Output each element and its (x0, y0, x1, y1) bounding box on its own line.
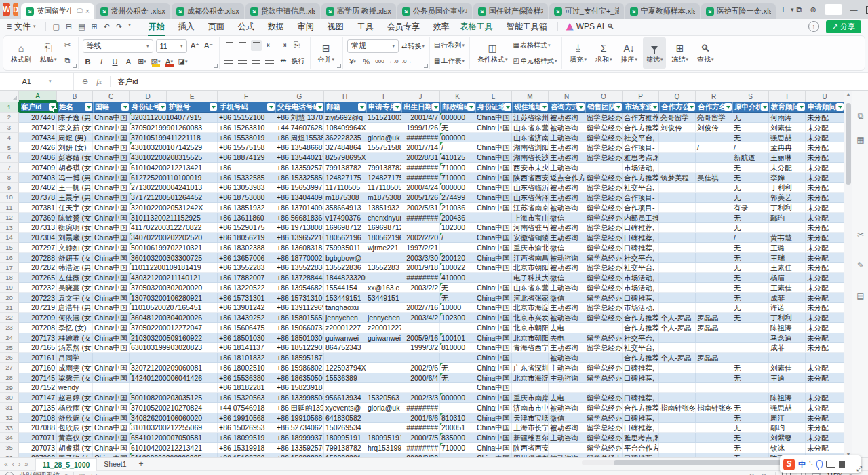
cell[interactable] (324, 353, 366, 363)
panes-icon[interactable]: ⧉ (852, 111, 868, 121)
cell[interactable]: +86 1396522100 (275, 233, 324, 243)
cell[interactable]: China中国 (93, 333, 130, 343)
cell[interactable]: 无 (732, 213, 769, 223)
cell[interactable]: 无 (732, 113, 769, 123)
cell[interactable] (696, 133, 732, 143)
cell[interactable]: 北京市朝阳 (512, 333, 549, 343)
cell[interactable]: +86 13851932 (218, 203, 275, 213)
cell[interactable]: 留学总经办 (585, 293, 623, 303)
cell[interactable]: China中国 (475, 373, 512, 383)
notes-icon[interactable]: ▤ (852, 291, 868, 301)
cell[interactable]: 无 (732, 243, 769, 253)
row-gutter-5[interactable]: 5 (0, 142, 19, 153)
cell[interactable]: 2001/4/7 (401, 113, 440, 123)
column-header-U[interactable]: U (806, 91, 844, 102)
cell[interactable]: 2000/7/5 (401, 433, 440, 443)
insert-function-icon[interactable]: fx (96, 77, 102, 86)
cell[interactable]: 有录 (732, 203, 769, 213)
row-gutter-28[interactable]: 28 (0, 373, 19, 383)
cell[interactable]: +86 1863505000 (275, 373, 324, 383)
cell[interactable]: 207304 (19, 233, 57, 243)
cell[interactable] (440, 403, 475, 413)
cell[interactable]: China中国 (93, 203, 130, 213)
cell[interactable]: 留学总经办 (585, 403, 623, 413)
row-gutter-29[interactable]: 29 (0, 383, 19, 393)
cell[interactable]: ######## (401, 423, 440, 433)
column-header-J[interactable]: J (401, 91, 440, 102)
tab-list-chevron-icon[interactable]: ▾ (791, 6, 794, 13)
cell[interactable]: 主动咨询 (549, 142, 585, 153)
cell[interactable]: 郭美艺 (769, 193, 806, 203)
row-gutter-12[interactable]: 12 (0, 213, 19, 223)
cell[interactable]: 15536389 (324, 373, 366, 383)
cell[interactable]: +86 18056219 (218, 233, 275, 243)
cell[interactable]: 丁利利 (769, 313, 806, 323)
cell[interactable]: China中国 (93, 183, 130, 193)
cell[interactable]: 000000 (440, 393, 475, 403)
cell[interactable]: 合作方推荐 (623, 173, 659, 183)
cell[interactable]: +86 1335925706 (275, 443, 324, 453)
cell[interactable]: 未分配 (806, 363, 844, 373)
freeze-button[interactable]: ⊞ 冻结▾ (668, 37, 692, 69)
filter-dropdown-button[interactable] (85, 103, 92, 111)
cell[interactable]: 180562196 (324, 233, 366, 243)
cell[interactable]: 370502200012272047 (130, 323, 218, 333)
cell[interactable]: 未分配 (806, 213, 844, 223)
cell[interactable]: 陈子逸 (男 (57, 113, 93, 123)
row-gutter-31[interactable]: 31 (0, 403, 19, 413)
cell[interactable]: 留学总经办 (585, 142, 623, 153)
cell[interactable]: 无 (732, 223, 769, 233)
cell[interactable]: +86 19910568 (218, 413, 275, 423)
document-tab[interactable]: S常州公积金 .xlsx (96, 3, 170, 19)
cell[interactable] (475, 273, 512, 283)
cell[interactable]: 主动咨询 (549, 343, 585, 353)
font-size-select[interactable]: 11▾ (156, 39, 187, 53)
cell[interactable]: +86 15319918 (218, 443, 275, 453)
cell[interactable]: +86 田延的1395 (275, 403, 324, 413)
row-gutter-6[interactable]: 6 (0, 153, 19, 163)
cell[interactable]: 13851932 (366, 203, 401, 213)
cell[interactable]: 雅思考点,雅 (623, 433, 659, 443)
cell[interactable]: 济南市市中 (512, 403, 549, 413)
menu-item-4[interactable]: 数据 (267, 20, 285, 34)
cell[interactable]: 207147 (19, 393, 57, 403)
cell[interactable] (366, 343, 401, 353)
cell[interactable]: 10000 (440, 303, 475, 313)
filter-dropdown-button[interactable] (614, 103, 622, 111)
context-menu-item-0[interactable]: 表格工具 (460, 20, 494, 34)
cell[interactable]: 370503200302020020 (130, 283, 218, 293)
print-preview-icon[interactable]: ▤ (78, 22, 85, 31)
cell[interactable]: 亮哥留学 (696, 113, 732, 123)
cell[interactable]: +86 1354402198 (275, 153, 324, 163)
cell[interactable]: 未分配 (806, 373, 844, 383)
cell[interactable] (696, 333, 732, 343)
cell[interactable]: 杨欣雨 (女 (57, 403, 93, 413)
cell[interactable]: 市场活动, (623, 283, 659, 293)
cell[interactable]: China中国 (475, 303, 512, 313)
cell[interactable]: 市场活动, (623, 273, 659, 283)
cell[interactable]: China中国 (475, 353, 512, 363)
cell[interactable]: 未分配 (806, 343, 844, 353)
cell[interactable]: China中国 (475, 253, 512, 263)
cell[interactable]: 主动咨询 (549, 303, 585, 313)
cell[interactable]: 无 (732, 283, 769, 293)
cell[interactable]: xx@163.c (366, 283, 401, 293)
header-cell-K1[interactable]: 邮政编码 (441, 102, 476, 113)
cell[interactable] (732, 343, 769, 353)
cell[interactable] (366, 153, 401, 163)
cell[interactable]: 王素佳 (769, 283, 806, 293)
cell[interactable] (440, 243, 475, 253)
cell[interactable]: China中国 (93, 413, 130, 423)
cell[interactable]: 210036 (440, 203, 475, 213)
cell[interactable]: 留学总经办 (585, 113, 623, 123)
cell[interactable]: China中国 (475, 243, 512, 253)
font-dialog-launcher[interactable] (214, 64, 218, 68)
cell[interactable]: +86 1971380890 (275, 223, 324, 233)
cell[interactable]: 110112200109181419 (130, 263, 218, 273)
cell[interactable]: 207426 (19, 142, 57, 153)
cell[interactable]: China中国 (475, 293, 512, 303)
cell[interactable]: 王迪 (769, 373, 806, 383)
cell[interactable] (659, 293, 696, 303)
cell[interactable]: 主动咨询 (549, 193, 585, 203)
cell[interactable]: +86 13053983 (218, 183, 275, 193)
